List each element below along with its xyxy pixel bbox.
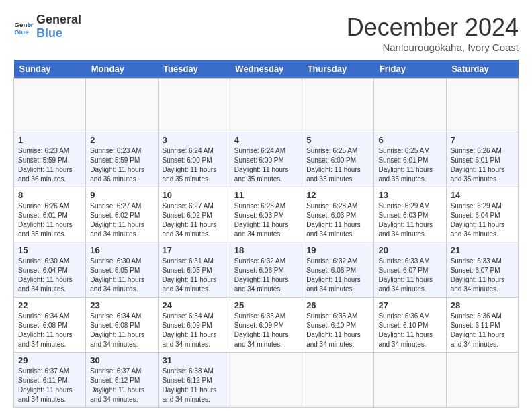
calendar-cell: 9Sunrise: 6:27 AMSunset: 6:02 PMDaylight…	[86, 187, 158, 242]
day-info: Sunrise: 6:37 AMSunset: 6:12 PMDaylight:…	[90, 367, 153, 404]
header-monday: Monday	[86, 60, 158, 79]
calendar-cell	[302, 79, 374, 132]
calendar-week-row: 8Sunrise: 6:26 AMSunset: 6:01 PMDaylight…	[14, 187, 519, 242]
calendar-cell: 18Sunrise: 6:32 AMSunset: 6:06 PMDayligh…	[230, 242, 302, 298]
calendar-cell: 30Sunrise: 6:37 AMSunset: 6:12 PMDayligh…	[86, 353, 158, 408]
calendar-cell: 21Sunrise: 6:33 AMSunset: 6:07 PMDayligh…	[446, 242, 518, 298]
calendar-cell: 26Sunrise: 6:35 AMSunset: 6:10 PMDayligh…	[302, 298, 374, 353]
day-number: 29	[18, 355, 81, 365]
calendar-header-row: SundayMondayTuesdayWednesdayThursdayFrid…	[14, 60, 519, 79]
day-info: Sunrise: 6:34 AMSunset: 6:09 PMDaylight:…	[163, 312, 226, 349]
day-info: Sunrise: 6:38 AMSunset: 6:12 PMDaylight:…	[163, 367, 226, 404]
day-info: Sunrise: 6:28 AMSunset: 6:03 PMDaylight:…	[234, 201, 298, 239]
day-info: Sunrise: 6:33 AMSunset: 6:07 PMDaylight:…	[378, 257, 441, 294]
calendar-cell: 17Sunrise: 6:31 AMSunset: 6:05 PMDayligh…	[158, 242, 230, 298]
calendar-cell: 6Sunrise: 6:25 AMSunset: 6:01 PMDaylight…	[374, 132, 446, 187]
calendar-cell	[230, 79, 302, 132]
calendar-cell: 4Sunrise: 6:24 AMSunset: 6:00 PMDaylight…	[230, 132, 302, 187]
day-number: 16	[90, 245, 153, 255]
logo-text: General Blue	[36, 13, 81, 40]
calendar-cell: 29Sunrise: 6:37 AMSunset: 6:11 PMDayligh…	[14, 353, 86, 408]
calendar-cell: 12Sunrise: 6:28 AMSunset: 6:03 PMDayligh…	[302, 187, 374, 242]
calendar-cell	[230, 353, 302, 408]
logo-line2: Blue	[36, 27, 81, 40]
page-header: General Blue General Blue December 2024 …	[13, 13, 519, 53]
calendar-cell: 3Sunrise: 6:24 AMSunset: 6:00 PMDaylight…	[158, 132, 230, 187]
day-number: 25	[234, 300, 298, 310]
day-info: Sunrise: 6:31 AMSunset: 6:05 PMDaylight:…	[163, 257, 226, 294]
calendar-cell: 5Sunrise: 6:25 AMSunset: 6:00 PMDaylight…	[302, 132, 374, 187]
calendar-cell: 23Sunrise: 6:34 AMSunset: 6:08 PMDayligh…	[86, 298, 158, 353]
calendar-cell	[86, 79, 158, 132]
day-info: Sunrise: 6:26 AMSunset: 6:01 PMDaylight:…	[18, 201, 81, 239]
day-info: Sunrise: 6:29 AMSunset: 6:04 PMDaylight:…	[451, 201, 514, 239]
day-info: Sunrise: 6:35 AMSunset: 6:10 PMDaylight:…	[306, 312, 369, 349]
day-info: Sunrise: 6:34 AMSunset: 6:08 PMDaylight:…	[90, 312, 153, 349]
calendar-cell	[14, 79, 86, 132]
calendar-cell: 10Sunrise: 6:27 AMSunset: 6:02 PMDayligh…	[158, 187, 230, 242]
day-number: 17	[163, 245, 226, 255]
calendar-cell	[374, 353, 446, 408]
day-info: Sunrise: 6:32 AMSunset: 6:06 PMDaylight:…	[306, 257, 369, 294]
day-number: 15	[18, 245, 81, 255]
day-info: Sunrise: 6:33 AMSunset: 6:07 PMDaylight:…	[451, 257, 514, 294]
calendar-cell	[446, 79, 518, 132]
calendar-week-row: 29Sunrise: 6:37 AMSunset: 6:11 PMDayligh…	[14, 353, 519, 408]
calendar-cell: 8Sunrise: 6:26 AMSunset: 6:01 PMDaylight…	[14, 187, 86, 242]
header-sunday: Sunday	[14, 60, 86, 79]
day-number: 13	[378, 190, 441, 200]
day-number: 2	[90, 135, 153, 145]
calendar-cell: 25Sunrise: 6:35 AMSunset: 6:09 PMDayligh…	[230, 298, 302, 353]
day-number: 31	[163, 355, 226, 365]
calendar-cell: 13Sunrise: 6:29 AMSunset: 6:03 PMDayligh…	[374, 187, 446, 242]
header-friday: Friday	[374, 60, 446, 79]
day-info: Sunrise: 6:36 AMSunset: 6:10 PMDaylight:…	[378, 312, 441, 349]
day-info: Sunrise: 6:36 AMSunset: 6:11 PMDaylight:…	[451, 312, 514, 349]
calendar-cell: 31Sunrise: 6:38 AMSunset: 6:12 PMDayligh…	[158, 353, 230, 408]
header-saturday: Saturday	[446, 60, 518, 79]
month-title: December 2024	[347, 13, 519, 42]
calendar-cell: 22Sunrise: 6:34 AMSunset: 6:08 PMDayligh…	[14, 298, 86, 353]
day-number: 10	[163, 190, 226, 200]
day-number: 30	[90, 355, 153, 365]
calendar-cell: 1Sunrise: 6:23 AMSunset: 5:59 PMDaylight…	[14, 132, 86, 187]
svg-text:Blue: Blue	[15, 28, 30, 35]
day-info: Sunrise: 6:35 AMSunset: 6:09 PMDaylight:…	[234, 312, 298, 349]
day-info: Sunrise: 6:28 AMSunset: 6:03 PMDaylight:…	[306, 201, 369, 239]
day-number: 21	[451, 245, 514, 255]
day-info: Sunrise: 6:24 AMSunset: 6:00 PMDaylight:…	[234, 146, 298, 184]
header-thursday: Thursday	[302, 60, 374, 79]
calendar-cell: 28Sunrise: 6:36 AMSunset: 6:11 PMDayligh…	[446, 298, 518, 353]
calendar-table: SundayMondayTuesdayWednesdayThursdayFrid…	[13, 60, 519, 408]
calendar-cell: 14Sunrise: 6:29 AMSunset: 6:04 PMDayligh…	[446, 187, 518, 242]
day-number: 9	[90, 190, 153, 200]
day-number: 26	[306, 300, 369, 310]
calendar-cell	[302, 353, 374, 408]
calendar-week-row: 15Sunrise: 6:30 AMSunset: 6:04 PMDayligh…	[14, 242, 519, 298]
day-info: Sunrise: 6:30 AMSunset: 6:04 PMDaylight:…	[18, 257, 81, 294]
calendar-week-row	[14, 79, 519, 132]
day-number: 14	[451, 190, 514, 200]
calendar-cell	[374, 79, 446, 132]
day-number: 8	[18, 190, 81, 200]
day-number: 1	[18, 135, 81, 145]
day-info: Sunrise: 6:23 AMSunset: 5:59 PMDaylight:…	[18, 146, 81, 184]
day-info: Sunrise: 6:27 AMSunset: 6:02 PMDaylight:…	[163, 201, 226, 239]
day-info: Sunrise: 6:37 AMSunset: 6:11 PMDaylight:…	[18, 367, 81, 404]
day-number: 11	[234, 190, 298, 200]
day-number: 3	[163, 135, 226, 145]
day-number: 18	[234, 245, 298, 255]
day-number: 6	[378, 135, 441, 145]
logo-line1: General	[36, 13, 81, 27]
day-number: 20	[378, 245, 441, 255]
title-block: December 2024 Nanlourougokaha, Ivory Coa…	[347, 13, 519, 53]
day-info: Sunrise: 6:27 AMSunset: 6:02 PMDaylight:…	[90, 201, 153, 239]
header-wednesday: Wednesday	[230, 60, 302, 79]
day-number: 19	[306, 245, 369, 255]
day-number: 27	[378, 300, 441, 310]
day-info: Sunrise: 6:25 AMSunset: 6:01 PMDaylight:…	[378, 146, 441, 184]
day-number: 24	[163, 300, 226, 310]
calendar-cell	[446, 353, 518, 408]
calendar-cell: 15Sunrise: 6:30 AMSunset: 6:04 PMDayligh…	[14, 242, 86, 298]
day-info: Sunrise: 6:34 AMSunset: 6:08 PMDaylight:…	[18, 312, 81, 349]
